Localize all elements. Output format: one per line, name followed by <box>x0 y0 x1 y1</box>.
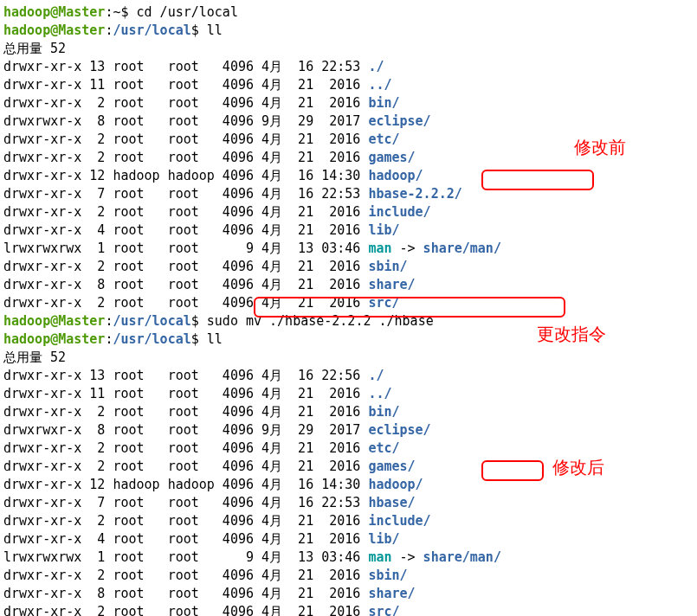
total-line: 总用量 52 <box>3 349 694 367</box>
prompt-line[interactable]: hadoop@Master:~$ cd /usr/local <box>3 3 694 22</box>
prompt-line[interactable]: hadoop@Master:/usr/local$ ll <box>3 22 694 40</box>
ls-row: drwxr-xr-x 2 root root 4096 4月 21 2016 g… <box>3 149 694 167</box>
ls-row: drwxr-xr-x 2 root root 4096 4月 21 2016 s… <box>3 567 694 585</box>
ls-row: drwxr-xr-x 13 root root 4096 4月 16 22:53… <box>3 58 694 76</box>
ls-row: drwxr-xr-x 2 root root 4096 4月 21 2016 e… <box>3 131 694 149</box>
ls-row: drwxrwxr-x 8 root root 4096 9月 29 2017 e… <box>3 421 694 440</box>
ls-row: drwxr-xr-x 2 root root 4096 4月 21 2016 s… <box>3 294 694 312</box>
ls-row: drwxr-xr-x 4 root root 4096 4月 21 2016 l… <box>3 221 694 240</box>
ls-row: drwxr-xr-x 7 root root 4096 4月 16 22:53 … <box>3 185 694 203</box>
ls-row: drwxr-xr-x 12 hadoop hadoop 4096 4月 16 1… <box>3 476 694 494</box>
ls-row: drwxr-xr-x 2 root root 4096 4月 21 2016 i… <box>3 203 694 221</box>
ls-row: drwxr-xr-x 2 root root 4096 4月 21 2016 s… <box>3 258 694 276</box>
ls-row: drwxr-xr-x 11 root root 4096 4月 21 2016 … <box>3 385 694 403</box>
terminal-output: hadoop@Master:~$ cd /usr/localhadoop@Mas… <box>3 3 694 616</box>
ls-row: drwxr-xr-x 2 root root 4096 4月 21 2016 i… <box>3 512 694 530</box>
ls-row: drwxr-xr-x 7 root root 4096 4月 16 22:53 … <box>3 494 694 512</box>
ls-row: drwxr-xr-x 8 root root 4096 4月 21 2016 s… <box>3 276 694 294</box>
ls-row: lrwxrwxrwx 1 root root 9 4月 13 03:46 man… <box>3 240 694 258</box>
ls-row: drwxr-xr-x 2 root root 4096 4月 21 2016 e… <box>3 440 694 458</box>
ls-row: drwxr-xr-x 4 root root 4096 4月 21 2016 l… <box>3 530 694 549</box>
ls-row: drwxr-xr-x 2 root root 4096 4月 21 2016 b… <box>3 94 694 112</box>
ls-row: lrwxrwxrwx 1 root root 9 4月 13 03:46 man… <box>3 549 694 567</box>
ls-row: drwxr-xr-x 2 root root 4096 4月 21 2016 s… <box>3 603 694 616</box>
ls-row: drwxr-xr-x 13 root root 4096 4月 16 22:56… <box>3 367 694 385</box>
ls-row: drwxr-xr-x 11 root root 4096 4月 21 2016 … <box>3 76 694 94</box>
ls-row: drwxrwxr-x 8 root root 4096 9月 29 2017 e… <box>3 112 694 131</box>
total-line: 总用量 52 <box>3 40 694 58</box>
ls-row: drwxr-xr-x 2 root root 4096 4月 21 2016 g… <box>3 458 694 476</box>
prompt-line[interactable]: hadoop@Master:/usr/local$ ll <box>3 330 694 349</box>
prompt-line[interactable]: hadoop@Master:/usr/local$ sudo mv ./hbas… <box>3 312 694 330</box>
ls-row: drwxr-xr-x 8 root root 4096 4月 21 2016 s… <box>3 585 694 603</box>
ls-row: drwxr-xr-x 2 root root 4096 4月 21 2016 b… <box>3 403 694 421</box>
ls-row: drwxr-xr-x 12 hadoop hadoop 4096 4月 16 1… <box>3 167 694 185</box>
